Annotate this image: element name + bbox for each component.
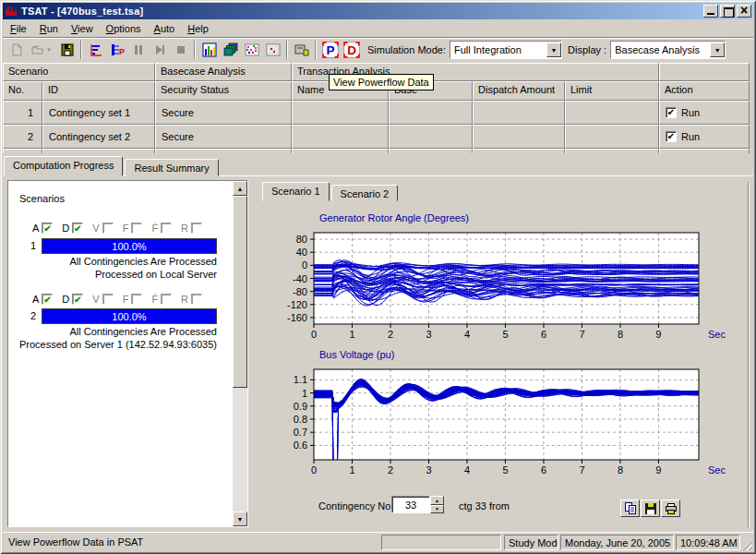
svg-text:P: P <box>119 47 125 56</box>
open-file-dropdown-arrow[interactable] <box>45 40 54 60</box>
menu-auto[interactable]: Auto <box>148 21 182 36</box>
run-transfer-button[interactable]: P <box>106 40 127 61</box>
psat-button[interactable]: P <box>319 40 341 61</box>
compute-server-button[interactable] <box>291 40 312 61</box>
compute-server-icon <box>294 42 310 57</box>
group-header-empty <box>659 63 750 81</box>
flag-checkbox[interactable] <box>131 223 142 234</box>
menu-file[interactable]: File <box>4 21 33 36</box>
save-chart-button[interactable] <box>641 500 660 517</box>
scrollbar-thumb[interactable] <box>233 196 247 388</box>
svg-text:1: 1 <box>302 388 307 399</box>
col-header-id[interactable]: ID <box>42 81 155 101</box>
scenario-number: 2 <box>19 310 36 321</box>
svg-text:0.7: 0.7 <box>294 427 307 438</box>
bar-chart-button[interactable] <box>198 40 220 61</box>
bar-chart-icon <box>202 42 217 57</box>
stop-button[interactable] <box>170 40 191 61</box>
run-plot-button[interactable] <box>85 40 106 61</box>
simulation-mode-select[interactable]: Full Integration <box>450 41 562 59</box>
print-chart-button[interactable] <box>661 500 680 517</box>
tab-result-summary[interactable]: Result Summary <box>125 159 218 176</box>
col-header-security-status[interactable]: Security Status <box>155 81 292 101</box>
display-select[interactable]: Basecase Analysis <box>610 41 726 59</box>
toolbar-separator <box>315 41 317 59</box>
flag-checkbox[interactable] <box>161 294 172 305</box>
menu-bar: File Run View Options Auto Help <box>3 19 753 37</box>
menu-help[interactable]: Help <box>181 21 215 36</box>
menu-options[interactable]: Options <box>100 21 148 36</box>
svg-text:9: 9 <box>655 329 661 340</box>
menu-view[interactable]: View <box>65 21 100 36</box>
row-dispatch-amount <box>473 125 565 149</box>
flag-checkbox[interactable] <box>191 294 202 305</box>
svg-text:9: 9 <box>655 464 661 476</box>
run-transfer-icon: P <box>110 42 125 57</box>
svg-text:-160: -160 <box>287 312 307 323</box>
multi-plot-button[interactable] <box>220 40 241 61</box>
svg-text:6: 6 <box>541 329 546 340</box>
spin-up-button[interactable] <box>430 496 444 505</box>
close-button[interactable] <box>737 5 751 18</box>
flag-checkbox[interactable] <box>161 223 172 234</box>
row-id[interactable]: Contingency set 1 <box>42 101 155 125</box>
copy-chart-button[interactable] <box>620 500 640 517</box>
maximize-button[interactable] <box>720 5 735 18</box>
scenario2-status-flags: A D V F Ḟ R <box>32 294 202 305</box>
col-header-no[interactable]: No. <box>3 81 42 101</box>
chevron-down-icon[interactable] <box>546 42 561 57</box>
tab-scenario-2[interactable]: Scenario 2 <box>331 185 399 201</box>
svg-text:-80: -80 <box>293 286 307 297</box>
row-name <box>292 101 389 125</box>
tooltip: View Powerflow Data <box>329 74 434 90</box>
toolbar-separator <box>80 41 82 59</box>
run-checkbox[interactable] <box>666 131 677 142</box>
flag-fdot: Ḟ <box>151 223 172 234</box>
row-base <box>389 101 473 125</box>
minimize-button[interactable] <box>703 5 718 18</box>
col-header-action[interactable]: Action <box>659 81 750 101</box>
menu-run[interactable]: Run <box>33 21 65 36</box>
dsat-button[interactable]: D <box>341 40 362 61</box>
col-header-dispatch-amount[interactable]: Dispatch Amount <box>473 81 565 101</box>
open-file-button[interactable] <box>27 40 56 61</box>
flag-checkbox[interactable] <box>191 223 202 234</box>
contingency-number-input[interactable]: 33 <box>391 496 430 513</box>
flag-checkbox[interactable] <box>102 223 114 234</box>
scatter-plot-icon <box>245 42 259 57</box>
svg-text:1: 1 <box>349 464 354 476</box>
table-grid-button[interactable] <box>262 40 283 61</box>
new-file-button[interactable] <box>6 40 27 61</box>
chevron-down-icon[interactable] <box>710 42 725 57</box>
rotor-angle-chart: 80400-40-80-120-1600123456789Generator R… <box>266 208 741 348</box>
title-bar[interactable]: TSAT - [470bus_test.tsa] <box>3 3 753 19</box>
svg-text:-120: -120 <box>287 299 307 310</box>
scroll-up-button[interactable] <box>233 181 247 196</box>
col-header-limit[interactable]: Limit <box>565 81 659 101</box>
run-checkbox[interactable] <box>666 107 677 118</box>
status-time: 10:09:48 AM <box>676 535 740 550</box>
group-header-scenario: Scenario <box>3 63 155 81</box>
flag-checkbox[interactable] <box>72 294 83 305</box>
tab-computation-progress[interactable]: Computation Progress <box>4 156 123 176</box>
scenarios-title: Scenarios <box>19 193 65 204</box>
row-action: Run <box>659 101 750 125</box>
svg-text:8: 8 <box>618 329 623 340</box>
flag-checkbox[interactable] <box>131 294 142 305</box>
dsat-icon: D <box>343 42 360 58</box>
flag-checkbox[interactable] <box>42 294 53 305</box>
flag-checkbox[interactable] <box>42 223 53 234</box>
flag-checkbox[interactable] <box>72 223 83 234</box>
pause-button[interactable] <box>127 40 149 61</box>
spin-down-button[interactable] <box>430 505 444 514</box>
tab-scenario-1[interactable]: Scenario 1 <box>262 182 330 201</box>
save-button[interactable] <box>56 40 78 61</box>
scroll-down-button[interactable] <box>233 512 247 526</box>
run-checkbox-label: Run <box>681 131 700 142</box>
scatter-plot-button[interactable] <box>241 40 262 61</box>
resize-grip[interactable] <box>740 538 752 550</box>
flag-checkbox[interactable] <box>102 294 114 305</box>
step-button[interactable] <box>149 40 170 61</box>
row-id[interactable]: Contingency set 2 <box>42 125 155 149</box>
scrollbar[interactable] <box>233 181 247 526</box>
